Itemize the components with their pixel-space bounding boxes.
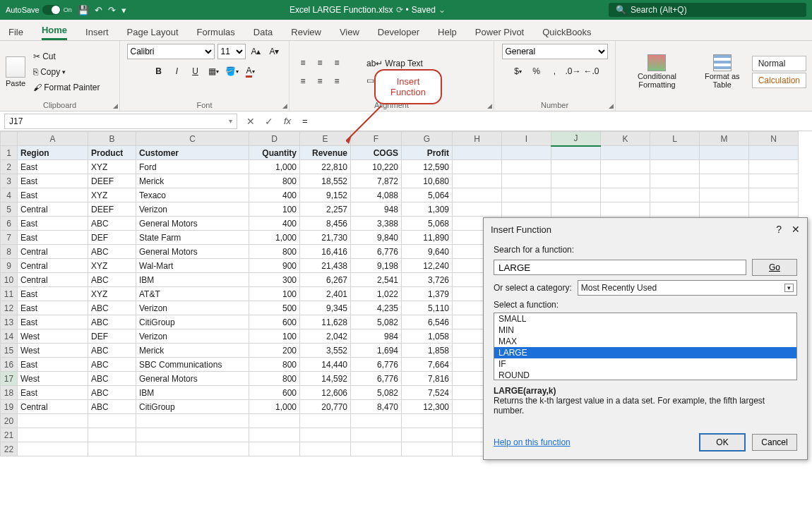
cell-G19[interactable]: 12,300 [402, 400, 453, 414]
cell-E5[interactable]: 2,257 [300, 202, 351, 217]
row-header-8[interactable]: 8 [1, 245, 18, 259]
wrap-text-button[interactable]: ab↵Wrap Text [363, 56, 430, 71]
cell-E18[interactable]: 12,606 [300, 386, 351, 400]
cell-I1[interactable] [502, 146, 551, 160]
cell-A14[interactable]: West [18, 329, 88, 344]
cell-K5[interactable] [601, 202, 650, 217]
cell-C5[interactable]: Verizon [136, 202, 249, 217]
cell-A1[interactable]: Region [18, 146, 88, 160]
align-bottom-icon[interactable]: ≡ [329, 55, 345, 71]
cell-A2[interactable]: East [18, 160, 88, 174]
cell-D3[interactable]: 800 [249, 174, 300, 188]
cell-K3[interactable] [601, 174, 650, 188]
row-header-18[interactable]: 18 [1, 386, 18, 400]
row-header-20[interactable]: 20 [1, 414, 18, 428]
cell-L5[interactable] [650, 202, 700, 217]
row-header-6[interactable]: 6 [1, 217, 18, 231]
cell-G10[interactable]: 3,726 [402, 273, 453, 287]
cell-F11[interactable]: 1,022 [351, 287, 402, 301]
cell-C4[interactable]: Texaco [136, 188, 249, 202]
cell-B5[interactable]: DEEF [88, 202, 136, 217]
cell-D1[interactable]: Quantity [249, 146, 300, 160]
cell-E2[interactable]: 22,810 [300, 160, 351, 174]
cell-A20[interactable] [18, 414, 88, 428]
underline-button[interactable]: U [188, 63, 203, 79]
format-as-table-button[interactable]: Format as Table [697, 54, 748, 89]
col-header-C[interactable]: C [136, 132, 249, 146]
cell-D10[interactable]: 300 [249, 273, 300, 287]
cell-G18[interactable]: 7,524 [402, 386, 453, 400]
cell-B2[interactable]: XYZ [88, 160, 136, 174]
help-link[interactable]: Help on this function [494, 437, 571, 447]
cell-E4[interactable]: 9,152 [300, 188, 351, 202]
paste-button[interactable]: Paste [6, 56, 25, 87]
cell-C21[interactable] [136, 428, 249, 442]
row-header-1[interactable]: 1 [1, 146, 18, 160]
cell-K1[interactable] [601, 146, 650, 160]
cell-H5[interactable] [453, 202, 502, 217]
cell-J5[interactable] [551, 202, 601, 217]
cell-D11[interactable]: 100 [249, 287, 300, 301]
cell-E17[interactable]: 14,592 [300, 372, 351, 386]
cell-C6[interactable]: General Motors [136, 217, 249, 231]
cell-B14[interactable]: DEF [88, 329, 136, 344]
search-box[interactable]: 🔍 Search (Alt+Q) [609, 3, 806, 17]
cell-B18[interactable]: ABC [88, 386, 136, 400]
cancel-button[interactable]: Cancel [752, 434, 797, 451]
font-size-select[interactable]: 11 [217, 44, 246, 59]
cell-F13[interactable]: 5,082 [351, 315, 402, 329]
select-all-corner[interactable] [1, 132, 18, 146]
cell-B22[interactable] [88, 442, 136, 456]
cell-G2[interactable]: 12,590 [402, 160, 453, 174]
cell-D5[interactable]: 100 [249, 202, 300, 217]
cell-C13[interactable]: CitiGroup [136, 315, 249, 329]
cell-C3[interactable]: Merick [136, 174, 249, 188]
cell-L3[interactable] [650, 174, 700, 188]
currency-button[interactable]: $▾ [511, 63, 526, 79]
cell-G11[interactable]: 1,379 [402, 287, 453, 301]
row-header-14[interactable]: 14 [1, 329, 18, 344]
cell-F8[interactable]: 6,776 [351, 245, 402, 259]
cell-B8[interactable]: ABC [88, 245, 136, 259]
cell-A16[interactable]: East [18, 358, 88, 372]
col-header-B[interactable]: B [88, 132, 136, 146]
cell-G21[interactable] [402, 428, 453, 442]
increase-font-icon[interactable]: A▴ [249, 44, 264, 59]
row-header-7[interactable]: 7 [1, 231, 18, 245]
search-function-input[interactable] [494, 260, 746, 275]
autosave-toggle[interactable] [42, 5, 61, 15]
tab-review[interactable]: Review [291, 24, 321, 40]
cell-E12[interactable]: 9,345 [300, 301, 351, 315]
row-header-3[interactable]: 3 [1, 174, 18, 188]
col-header-E[interactable]: E [300, 132, 351, 146]
cell-C1[interactable]: Customer [136, 146, 249, 160]
cell-E21[interactable] [300, 428, 351, 442]
row-header-12[interactable]: 12 [1, 301, 18, 315]
align-center-icon[interactable]: ≡ [312, 73, 328, 89]
cell-D2[interactable]: 1,000 [249, 160, 300, 174]
cell-M1[interactable] [700, 146, 749, 160]
cell-A21[interactable] [18, 428, 88, 442]
cell-C11[interactable]: AT&T [136, 287, 249, 301]
cell-B6[interactable]: ABC [88, 217, 136, 231]
cell-G13[interactable]: 6,546 [402, 315, 453, 329]
cell-C20[interactable] [136, 414, 249, 428]
cell-C14[interactable]: Verizon [136, 329, 249, 344]
cell-E9[interactable]: 21,438 [300, 259, 351, 273]
cell-A10[interactable]: Central [18, 273, 88, 287]
row-header-21[interactable]: 21 [1, 428, 18, 442]
cell-G16[interactable]: 7,664 [402, 358, 453, 372]
cell-A12[interactable]: East [18, 301, 88, 315]
align-right-icon[interactable]: ≡ [329, 73, 345, 89]
tab-page-layout[interactable]: Page Layout [127, 24, 179, 40]
cell-A13[interactable]: East [18, 315, 88, 329]
tab-power-pivot[interactable]: Power Pivot [475, 24, 524, 40]
cell-F20[interactable] [351, 414, 402, 428]
align-top-icon[interactable]: ≡ [295, 55, 311, 71]
cell-D22[interactable] [249, 442, 300, 456]
help-icon[interactable]: ? [776, 224, 782, 235]
row-header-15[interactable]: 15 [1, 344, 18, 358]
cell-K4[interactable] [601, 188, 650, 202]
col-header-J[interactable]: J [551, 132, 601, 146]
cell-A22[interactable] [18, 442, 88, 456]
